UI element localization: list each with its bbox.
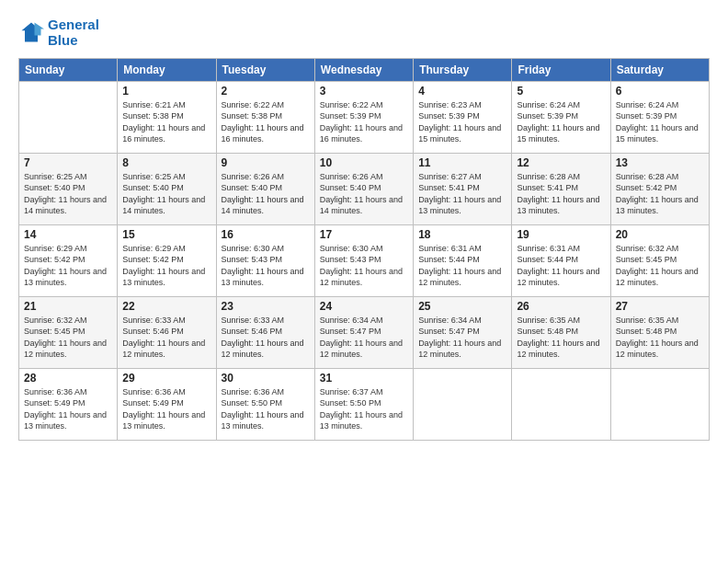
- calendar-cell: 27Sunrise: 6:35 AMSunset: 5:48 PMDayligh…: [610, 296, 709, 368]
- cell-info: Sunrise: 6:28 AMSunset: 5:41 PMDaylight:…: [517, 171, 605, 217]
- cell-info: Sunrise: 6:29 AMSunset: 5:42 PMDaylight:…: [24, 243, 112, 289]
- calendar-cell: 13Sunrise: 6:28 AMSunset: 5:42 PMDayligh…: [610, 153, 709, 224]
- cell-day-number: 1: [122, 85, 210, 98]
- cell-info: Sunrise: 6:32 AMSunset: 5:45 PMDaylight:…: [616, 243, 704, 289]
- calendar-cell: 3Sunrise: 6:22 AMSunset: 5:39 PMDaylight…: [314, 81, 413, 153]
- cell-info: Sunrise: 6:36 AMSunset: 5:50 PMDaylight:…: [222, 386, 310, 432]
- cell-info: Sunrise: 6:24 AMSunset: 5:39 PMDaylight:…: [616, 99, 704, 145]
- cell-info: Sunrise: 6:35 AMSunset: 5:48 PMDaylight:…: [616, 315, 704, 361]
- cell-day-number: 8: [122, 156, 210, 169]
- calendar-header-friday: Friday: [512, 58, 610, 81]
- calendar-week-row: 14Sunrise: 6:29 AMSunset: 5:42 PMDayligh…: [19, 224, 710, 296]
- calendar-cell: 2Sunrise: 6:22 AMSunset: 5:38 PMDaylight…: [216, 81, 314, 153]
- cell-info: Sunrise: 6:24 AMSunset: 5:39 PMDaylight:…: [517, 99, 605, 145]
- cell-day-number: 13: [616, 156, 704, 169]
- calendar-table: SundayMondayTuesdayWednesdayThursdayFrid…: [18, 58, 710, 441]
- calendar-cell: 20Sunrise: 6:32 AMSunset: 5:45 PMDayligh…: [610, 224, 709, 296]
- calendar-cell: 17Sunrise: 6:30 AMSunset: 5:43 PMDayligh…: [314, 224, 413, 296]
- calendar-cell: 12Sunrise: 6:28 AMSunset: 5:41 PMDayligh…: [512, 153, 610, 224]
- cell-day-number: 5: [517, 85, 605, 98]
- calendar-cell: 15Sunrise: 6:29 AMSunset: 5:42 PMDayligh…: [118, 224, 216, 296]
- logo-icon: [18, 19, 44, 45]
- cell-day-number: 15: [122, 228, 210, 241]
- calendar-week-row: 1Sunrise: 6:21 AMSunset: 5:38 PMDaylight…: [19, 81, 710, 153]
- calendar-cell: 14Sunrise: 6:29 AMSunset: 5:42 PMDayligh…: [19, 224, 118, 296]
- cell-info: Sunrise: 6:25 AMSunset: 5:40 PMDaylight:…: [24, 171, 112, 217]
- cell-info: Sunrise: 6:37 AMSunset: 5:50 PMDaylight:…: [320, 386, 408, 432]
- header: GeneralBlue: [18, 17, 710, 49]
- cell-day-number: 9: [222, 156, 310, 169]
- cell-day-number: 26: [517, 300, 605, 313]
- cell-day-number: 29: [122, 372, 210, 385]
- cell-day-number: 17: [320, 228, 408, 241]
- calendar-cell: 7Sunrise: 6:25 AMSunset: 5:40 PMDaylight…: [19, 153, 118, 224]
- logo-text: GeneralBlue: [48, 17, 99, 49]
- calendar-header-saturday: Saturday: [610, 58, 709, 81]
- cell-day-number: 18: [418, 228, 506, 241]
- cell-day-number: 12: [517, 156, 605, 169]
- cell-info: Sunrise: 6:34 AMSunset: 5:47 PMDaylight:…: [320, 315, 408, 361]
- cell-info: Sunrise: 6:22 AMSunset: 5:39 PMDaylight:…: [320, 99, 408, 145]
- calendar-cell: [610, 368, 709, 440]
- cell-info: Sunrise: 6:26 AMSunset: 5:40 PMDaylight:…: [320, 171, 408, 217]
- calendar-cell: 21Sunrise: 6:32 AMSunset: 5:45 PMDayligh…: [19, 296, 118, 368]
- calendar-header-sunday: Sunday: [19, 58, 118, 81]
- cell-day-number: 24: [320, 300, 408, 313]
- cell-info: Sunrise: 6:35 AMSunset: 5:48 PMDaylight:…: [517, 315, 605, 361]
- logo: GeneralBlue: [18, 17, 99, 49]
- calendar-header-wednesday: Wednesday: [314, 58, 413, 81]
- calendar-week-row: 21Sunrise: 6:32 AMSunset: 5:45 PMDayligh…: [19, 296, 710, 368]
- cell-day-number: 4: [418, 85, 506, 98]
- calendar-week-row: 7Sunrise: 6:25 AMSunset: 5:40 PMDaylight…: [19, 153, 710, 224]
- cell-day-number: 7: [24, 156, 112, 169]
- page: GeneralBlue SundayMondayTuesdayWednesday…: [0, 0, 728, 563]
- cell-info: Sunrise: 6:31 AMSunset: 5:44 PMDaylight:…: [517, 243, 605, 289]
- calendar-cell: 23Sunrise: 6:33 AMSunset: 5:46 PMDayligh…: [216, 296, 314, 368]
- calendar-cell: [414, 368, 512, 440]
- cell-day-number: 30: [222, 372, 310, 385]
- calendar-header-tuesday: Tuesday: [216, 58, 314, 81]
- cell-day-number: 3: [320, 85, 408, 98]
- calendar-cell: 30Sunrise: 6:36 AMSunset: 5:50 PMDayligh…: [216, 368, 314, 440]
- calendar-cell: 22Sunrise: 6:33 AMSunset: 5:46 PMDayligh…: [118, 296, 216, 368]
- cell-info: Sunrise: 6:28 AMSunset: 5:42 PMDaylight:…: [616, 171, 704, 217]
- cell-info: Sunrise: 6:36 AMSunset: 5:49 PMDaylight:…: [122, 386, 210, 432]
- cell-day-number: 21: [24, 300, 112, 313]
- cell-info: Sunrise: 6:36 AMSunset: 5:49 PMDaylight:…: [24, 386, 112, 432]
- cell-day-number: 16: [222, 228, 310, 241]
- cell-info: Sunrise: 6:25 AMSunset: 5:40 PMDaylight:…: [122, 171, 210, 217]
- calendar-cell: 29Sunrise: 6:36 AMSunset: 5:49 PMDayligh…: [118, 368, 216, 440]
- cell-info: Sunrise: 6:21 AMSunset: 5:38 PMDaylight:…: [122, 99, 210, 145]
- calendar-header-thursday: Thursday: [414, 58, 512, 81]
- cell-info: Sunrise: 6:33 AMSunset: 5:46 PMDaylight:…: [222, 315, 310, 361]
- cell-day-number: 25: [418, 300, 506, 313]
- cell-info: Sunrise: 6:32 AMSunset: 5:45 PMDaylight:…: [24, 315, 112, 361]
- cell-day-number: 31: [320, 372, 408, 385]
- calendar-cell: 16Sunrise: 6:30 AMSunset: 5:43 PMDayligh…: [216, 224, 314, 296]
- cell-info: Sunrise: 6:22 AMSunset: 5:38 PMDaylight:…: [222, 99, 310, 145]
- calendar-cell: 10Sunrise: 6:26 AMSunset: 5:40 PMDayligh…: [314, 153, 413, 224]
- cell-info: Sunrise: 6:29 AMSunset: 5:42 PMDaylight:…: [122, 243, 210, 289]
- cell-info: Sunrise: 6:31 AMSunset: 5:44 PMDaylight:…: [418, 243, 506, 289]
- cell-day-number: 27: [616, 300, 704, 313]
- calendar-cell: 26Sunrise: 6:35 AMSunset: 5:48 PMDayligh…: [512, 296, 610, 368]
- calendar-cell: 9Sunrise: 6:26 AMSunset: 5:40 PMDaylight…: [216, 153, 314, 224]
- calendar-cell: [19, 81, 118, 153]
- cell-info: Sunrise: 6:26 AMSunset: 5:40 PMDaylight:…: [222, 171, 310, 217]
- calendar-cell: 5Sunrise: 6:24 AMSunset: 5:39 PMDaylight…: [512, 81, 610, 153]
- calendar-cell: 25Sunrise: 6:34 AMSunset: 5:47 PMDayligh…: [414, 296, 512, 368]
- calendar-cell: 4Sunrise: 6:23 AMSunset: 5:39 PMDaylight…: [414, 81, 512, 153]
- cell-info: Sunrise: 6:34 AMSunset: 5:47 PMDaylight:…: [418, 315, 506, 361]
- calendar-cell: 28Sunrise: 6:36 AMSunset: 5:49 PMDayligh…: [19, 368, 118, 440]
- calendar-cell: [512, 368, 610, 440]
- cell-day-number: 19: [517, 228, 605, 241]
- calendar-week-row: 28Sunrise: 6:36 AMSunset: 5:49 PMDayligh…: [19, 368, 710, 440]
- cell-info: Sunrise: 6:30 AMSunset: 5:43 PMDaylight:…: [222, 243, 310, 289]
- cell-info: Sunrise: 6:23 AMSunset: 5:39 PMDaylight:…: [418, 99, 506, 145]
- cell-day-number: 22: [122, 300, 210, 313]
- cell-day-number: 6: [616, 85, 704, 98]
- calendar-cell: 1Sunrise: 6:21 AMSunset: 5:38 PMDaylight…: [118, 81, 216, 153]
- cell-info: Sunrise: 6:30 AMSunset: 5:43 PMDaylight:…: [320, 243, 408, 289]
- calendar-cell: 19Sunrise: 6:31 AMSunset: 5:44 PMDayligh…: [512, 224, 610, 296]
- cell-day-number: 11: [418, 156, 506, 169]
